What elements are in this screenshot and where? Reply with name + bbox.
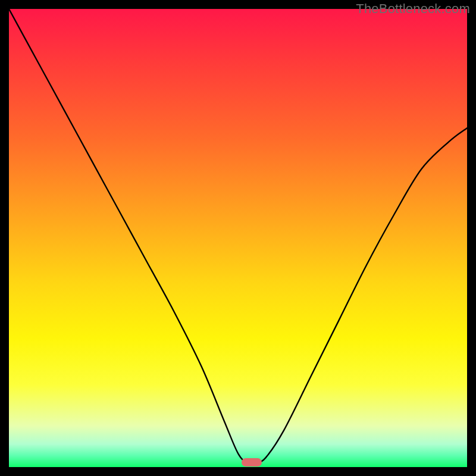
bottleneck-curve <box>9 9 467 467</box>
chart-plot-area <box>9 9 467 467</box>
chart-frame: TheBottleneck.com <box>0 0 476 476</box>
optimal-marker <box>242 458 262 466</box>
